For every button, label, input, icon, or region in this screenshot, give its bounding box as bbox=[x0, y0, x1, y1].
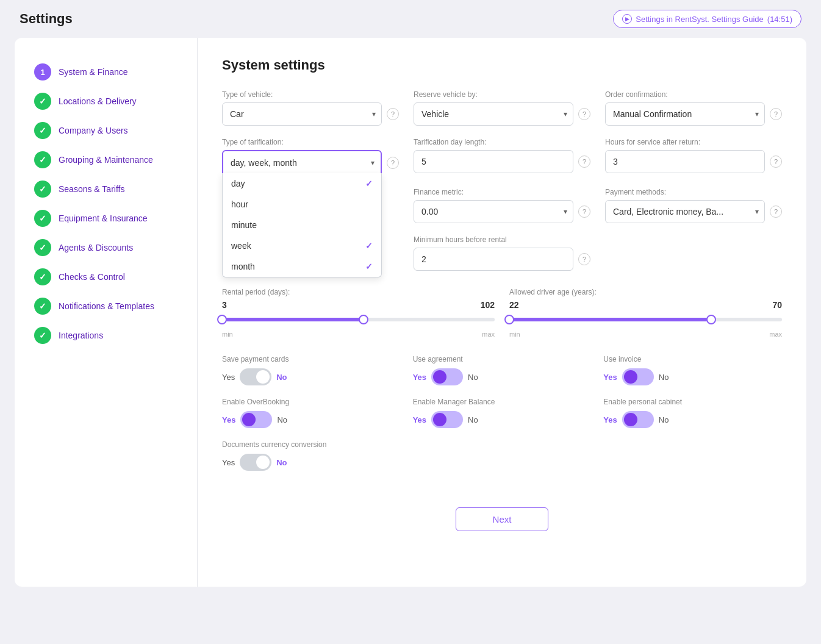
sidebar-label-seasons-tariffs: Seasons & Tariffs bbox=[59, 184, 124, 194]
payment-methods-select-wrapper: Card, Electronic money, Ba... bbox=[605, 200, 765, 223]
tarification-day-length-input[interactable] bbox=[414, 150, 573, 173]
hours-service-label: Hours for service after return: bbox=[605, 138, 782, 146]
order-confirmation-select-wrapper: Manual Confirmation bbox=[605, 102, 765, 126]
rental-period-minmax: min max bbox=[222, 331, 495, 338]
next-button[interactable]: Next bbox=[456, 507, 549, 531]
finance-metric-help[interactable]: ? bbox=[578, 206, 590, 218]
hours-service-input[interactable] bbox=[605, 150, 765, 173]
field-finance-metric: Finance metric: 0.00 ? bbox=[414, 188, 590, 223]
order-confirmation-help[interactable]: ? bbox=[770, 108, 782, 120]
dropdown-item-hour[interactable]: hour bbox=[223, 194, 381, 215]
sidebar-label-grouping-maintenance: Grouping & Maintenance bbox=[59, 155, 153, 165]
driver-age-thumb-max[interactable] bbox=[706, 315, 716, 324]
dropdown-item-day[interactable]: day ✓ bbox=[223, 173, 381, 194]
driver-age-min-val: 22 bbox=[509, 300, 519, 310]
toggle-documents-currency-label: Documents currency conversion bbox=[222, 440, 401, 449]
field-tarification-day-length: Tarification day length: ? bbox=[414, 138, 590, 173]
dropdown-item-week[interactable]: week ✓ bbox=[223, 235, 381, 256]
reserve-vehicle-label: Reserve vehicle by: bbox=[414, 90, 590, 99]
driver-age-label: Allowed driver age (years): bbox=[509, 288, 782, 296]
toggle-documents-currency-yes: Yes bbox=[222, 458, 235, 467]
sidebar-icon-system-finance: 1 bbox=[34, 63, 51, 80]
toggle-overbooking-switch[interactable] bbox=[240, 411, 272, 428]
payment-methods-select[interactable]: Card, Electronic money, Ba... bbox=[605, 200, 765, 223]
reserve-vehicle-help[interactable]: ? bbox=[578, 108, 590, 120]
toggle-use-invoice-switch[interactable] bbox=[622, 368, 654, 385]
sidebar-item-checks-control[interactable]: ✓Checks & Control bbox=[29, 262, 182, 292]
toggle-manager-balance-label: Enable Manager Balance bbox=[413, 398, 592, 406]
reserve-vehicle-select[interactable]: Vehicle bbox=[414, 102, 573, 126]
toggle-save-payment-switch[interactable] bbox=[240, 368, 271, 385]
toggle-enable-overbooking-label: Enable OverBooking bbox=[222, 398, 401, 406]
hours-service-help[interactable]: ? bbox=[770, 156, 782, 168]
sidebar-icon-notifications-templates: ✓ bbox=[34, 298, 51, 315]
tarification-help[interactable]: ? bbox=[387, 157, 399, 169]
min-hours-row: ? bbox=[414, 248, 590, 271]
payment-methods-help[interactable]: ? bbox=[770, 206, 782, 218]
sidebar-item-company-users[interactable]: ✓Company & Users bbox=[29, 116, 182, 145]
rental-period-thumb-max[interactable] bbox=[359, 315, 368, 324]
toggle-personal-cabinet-knob bbox=[624, 413, 637, 426]
rental-period-max-val: 102 bbox=[481, 300, 495, 310]
sidebar: 1System & Finance✓Locations & Delivery✓C… bbox=[15, 38, 198, 587]
guide-link[interactable]: ▶ Settings in RentSyst. Settings Guide (… bbox=[613, 10, 801, 28]
sidebar-item-agents-discounts[interactable]: ✓Agents & Discounts bbox=[29, 233, 182, 262]
order-confirmation-select[interactable]: Manual Confirmation bbox=[605, 102, 765, 126]
sidebar-icon-company-users: ✓ bbox=[34, 122, 51, 139]
type-of-vehicle-select-wrapper: Car bbox=[222, 102, 382, 126]
sidebar-icon-agents-discounts: ✓ bbox=[34, 239, 51, 256]
order-confirmation-row: Manual Confirmation ? bbox=[605, 102, 782, 126]
tarification-day-length-label: Tarification day length: bbox=[414, 138, 590, 146]
toggle-personal-cabinet-label: Enable personal cabinet bbox=[603, 398, 782, 406]
sidebar-icon-checks-control: ✓ bbox=[34, 268, 51, 285]
app-header: Settings ▶ Settings in RentSyst. Setting… bbox=[0, 0, 821, 38]
sidebar-label-company-users: Company & Users bbox=[59, 126, 128, 135]
sidebar-label-equipment-insurance: Equipment & Insurance bbox=[59, 213, 148, 223]
toggle-use-invoice-row: Yes No bbox=[603, 368, 782, 385]
toggle-enable-overbooking-row: Yes No bbox=[222, 411, 401, 428]
type-of-vehicle-label: Type of vehicle: bbox=[222, 90, 399, 99]
toggle-use-agreement-no: No bbox=[468, 373, 478, 382]
hours-service-row: ? bbox=[605, 150, 782, 173]
field-hours-service: Hours for service after return: ? bbox=[605, 138, 782, 173]
reserve-vehicle-select-wrapper: Vehicle bbox=[414, 102, 573, 126]
min-hours-input[interactable] bbox=[414, 248, 573, 271]
sidebar-item-notifications-templates[interactable]: ✓Notifications & Templates bbox=[29, 292, 182, 321]
toggle-personal-cabinet-row: Yes No bbox=[603, 411, 782, 428]
form-row-2: Type of tarification: day, week, month ▾… bbox=[222, 138, 782, 176]
sidebar-item-locations-delivery[interactable]: ✓Locations & Delivery bbox=[29, 87, 182, 116]
toggle-use-agreement-yes: Yes bbox=[413, 373, 426, 382]
rental-period-slider-group: Rental period (days): 3 102 min max bbox=[222, 288, 495, 338]
toggle-personal-cabinet-switch[interactable] bbox=[622, 411, 654, 428]
toggle-documents-currency-switch[interactable] bbox=[240, 454, 271, 471]
section-title: System settings bbox=[222, 57, 782, 73]
sidebar-item-seasons-tariffs[interactable]: ✓Seasons & Tariffs bbox=[29, 174, 182, 204]
min-hours-help[interactable]: ? bbox=[578, 253, 590, 265]
sidebar-item-equipment-insurance[interactable]: ✓Equipment & Insurance bbox=[29, 204, 182, 233]
type-of-vehicle-select[interactable]: Car bbox=[222, 102, 382, 126]
toggle-use-agreement-switch[interactable] bbox=[431, 368, 463, 385]
tarification-select-open: day, week, month ▾ bbox=[222, 150, 382, 176]
tarification-select[interactable]: day, week, month bbox=[223, 151, 381, 174]
dropdown-item-minute[interactable]: minute bbox=[223, 215, 381, 235]
toggle-use-agreement: Use agreement Yes No bbox=[413, 355, 592, 385]
toggle-use-invoice-knob bbox=[624, 370, 637, 384]
toggle-use-agreement-label: Use agreement bbox=[413, 355, 592, 363]
toggle-manager-balance-row: Yes No bbox=[413, 411, 592, 428]
finance-metric-select[interactable]: 0.00 bbox=[414, 200, 573, 223]
toggle-manager-balance-switch[interactable] bbox=[431, 411, 463, 428]
form-row-1: Type of vehicle: Car ? Reserve vehicle b… bbox=[222, 90, 782, 126]
tarification-dropdown-wrapper: day, week, month ▾ ? day ✓ hour bbox=[222, 150, 399, 176]
tarification-day-length-help[interactable]: ? bbox=[578, 156, 590, 168]
toggles-section: Save payment cards Yes No Use agreement … bbox=[222, 355, 782, 471]
toggle-personal-cabinet-yes: Yes bbox=[603, 415, 617, 424]
sidebar-item-system-finance[interactable]: 1System & Finance bbox=[29, 57, 182, 87]
payment-methods-row: Card, Electronic money, Ba... ? bbox=[605, 200, 782, 223]
type-of-vehicle-help[interactable]: ? bbox=[387, 108, 399, 120]
sidebar-item-grouping-maintenance[interactable]: ✓Grouping & Maintenance bbox=[29, 145, 182, 174]
driver-age-thumb-min[interactable] bbox=[504, 315, 514, 324]
sidebar-item-integrations[interactable]: ✓Integrations bbox=[29, 321, 182, 350]
rental-period-thumb-min[interactable] bbox=[217, 315, 227, 324]
dropdown-item-month[interactable]: month ✓ bbox=[223, 256, 381, 277]
min-hours-label: Minimum hours before rental bbox=[414, 235, 590, 244]
